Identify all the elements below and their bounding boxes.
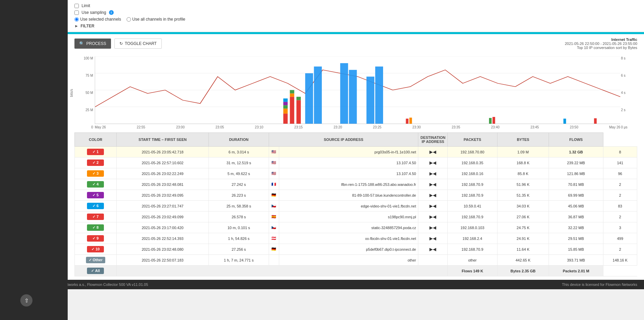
table-row[interactable]: ✓ 22021-05-26 22:57:10.60231 m, 12.519 s… [75, 157, 637, 168]
td-color[interactable]: ✓ 9 [75, 233, 117, 244]
table-row[interactable]: ✓ 92021-05-26 22:52:14.3931 h, 54.826 s🇦… [75, 233, 637, 244]
td-dst-ip: 192.168.70.9 [448, 190, 497, 201]
connection-icon: ▶◀ [429, 149, 436, 154]
td-flows: 2 [603, 244, 637, 255]
table-container: COLOR START TIME – FIRST SEEN DURATION S… [0, 132, 644, 280]
th-start-time: START TIME – FIRST SEEN [116, 133, 209, 147]
footer: Copyright © 2007-2021 Flowmon Networks a… [0, 280, 644, 289]
table-row[interactable]: ✓ 52021-05-26 23:02:49.09526.223 s🇩🇪81-8… [75, 190, 637, 201]
limit-checkbox[interactable] [74, 4, 79, 8]
table-row[interactable]: ✓ 62021-05-26 23:27:01.74725 m, 58.358 s… [75, 201, 637, 212]
svg-rect-15 [283, 98, 288, 102]
svg-rect-19 [296, 100, 301, 124]
td-color[interactable]: ✓ 5 [75, 190, 117, 201]
connection-icon: ▶◀ [429, 171, 436, 176]
td-dst-ip: 192.168.70.9 [448, 179, 497, 190]
filter-label[interactable]: FILTER [81, 24, 94, 28]
td-color[interactable]: ✓ 10 [75, 244, 117, 255]
td-arrow: ▶◀ [418, 190, 448, 201]
td-color[interactable]: ✓ 6 [75, 201, 117, 212]
td-bytes: 239.22 MB [549, 157, 603, 168]
svg-rect-20 [296, 97, 301, 100]
svg-rect-22 [409, 118, 412, 124]
td-color[interactable]: ✓ 7 [75, 212, 117, 222]
td-color[interactable]: ✓ 2 [75, 157, 117, 168]
td-color[interactable]: ✓ Other [75, 255, 117, 266]
chart-info-subtitle: Top 10 IP conversation sort by Bytes [565, 46, 637, 50]
svg-rect-10 [375, 67, 383, 124]
use-sampling-checkbox[interactable] [74, 10, 79, 15]
process-button[interactable]: 🔍 PROCESS [74, 39, 111, 49]
td-dst-ip: 192.168.0.103 [448, 222, 497, 233]
use-all-channels-label: Use all channels in the profile [132, 17, 185, 22]
svg-rect-12 [283, 108, 288, 114]
x-label-may26-end: May 26 [609, 125, 620, 129]
toolbar-left: 🔍 PROCESS ↻ TOGGLE CHART [74, 39, 162, 49]
chart-container: bits/s 100 M 75 M 50 M 25 M 0 [0, 53, 644, 132]
td-color[interactable]: ✓ 4 [75, 179, 117, 190]
td-flows: 141 [603, 157, 637, 168]
td-bytes: 70.81 MB [549, 179, 603, 190]
use-all-channels-radio[interactable] [127, 17, 131, 22]
td-arrow: ▶◀ [418, 222, 448, 233]
td-color[interactable]: ✓ 8 [75, 222, 117, 233]
chart-y-axis-label: bits/s [70, 89, 73, 97]
connection-icon: ▶◀ [429, 160, 436, 165]
table-row[interactable]: ✓ 102021-05-26 23:02:48.08027.256 s🇩🇪p5d… [75, 244, 637, 255]
td-duration: 26.578 s [209, 212, 269, 222]
toggle-chart-button[interactable]: ↻ TOGGLE CHART [114, 39, 162, 49]
connection-icon: ▶◀ [429, 182, 436, 187]
td-src-flag [269, 255, 279, 266]
toolbar: 🔍 PROCESS ↻ TOGGLE CHART Internet Traffi… [0, 34, 644, 53]
use-selected-channels-radio[interactable] [74, 17, 79, 22]
td-duration: 1 h, 7 m, 24.771 s [209, 255, 269, 266]
x-label-2350: 23:50 [570, 125, 578, 129]
td-packets: 11.64 K [497, 244, 549, 255]
td-start-time: 2021-05-26 23:17:00.420 [116, 222, 209, 233]
td-duration: 31 m, 12.519 s [209, 157, 269, 168]
td-src-ip: prg03s05-in-f1.1e100.net [279, 147, 418, 157]
y-label-75m: 75 M [76, 74, 93, 77]
chart-svg [95, 56, 620, 124]
svg-rect-13 [283, 105, 288, 108]
td-src-flag: 🇨🇿 [269, 222, 279, 233]
td-arrow: ▶◀ [418, 147, 448, 157]
td-bytes: 1.32 GB [549, 147, 603, 157]
svg-rect-9 [367, 77, 374, 124]
td-src-flag: 🇨🇿 [269, 201, 279, 212]
td-color[interactable]: ✓ 1 [75, 147, 117, 157]
td-dst-ip: 192.168.2.4 [448, 233, 497, 244]
td-src-flag: 🇩🇪 [269, 244, 279, 255]
connection-icon: ▶◀ [429, 225, 436, 230]
td-total-flows: Flows 149 K [448, 266, 497, 276]
svg-rect-14 [283, 102, 288, 105]
x-label-2335: 23:35 [452, 125, 460, 129]
td-duration: 25 m, 58.358 s [209, 201, 269, 212]
chart-x-labels: May 26 22:55 23:00 23:05 23:10 23:15 23:… [95, 124, 620, 129]
table-header-row: COLOR START TIME – FIRST SEEN DURATION S… [75, 133, 637, 147]
table-row[interactable]: ✓ 82021-05-26 23:17:00.42010 m, 0.101 s🇨… [75, 222, 637, 233]
chart-y-right-labels: 8 s 6 s 4 s 2 s 0 μs [621, 56, 634, 129]
td-all[interactable]: ✓ All [75, 266, 117, 276]
x-label-2320: 23:20 [334, 125, 342, 129]
td-src-ip: s198pc90.mmj.pl [279, 212, 418, 222]
td-src-ip: static-3248857294.poda.cz [279, 222, 418, 233]
table-row[interactable]: ✓ Other2021-05-26 22:50:07.1831 h, 7 m, … [75, 255, 637, 266]
td-src-flag: 🇩🇪 [269, 190, 279, 201]
table-row[interactable]: ✓ 72021-05-26 23:02:49.09926.578 s🇪🇸s198… [75, 212, 637, 222]
td-flows: 83 [603, 201, 637, 212]
td-arrow: ▶◀ [418, 212, 448, 222]
td-color[interactable]: ✓ 3 [75, 168, 117, 179]
table-row[interactable]: ✓ 42021-05-26 23:02:48.08127.242 s🇫🇷lfbn… [75, 179, 637, 190]
x-label-2300: 23:00 [176, 125, 184, 129]
td-arrow [418, 255, 448, 266]
table-row-all[interactable]: ✓ AllFlows 149 KBytes 2.35 GBPackets 2.0… [75, 266, 637, 276]
table-row[interactable]: ✓ 32021-05-26 23:02:22.2495 m, 49.622 s🇺… [75, 168, 637, 179]
td-flows: 3 [603, 222, 637, 233]
table-row[interactable]: ✓ 12021-05-26 23:05:42.7186 m, 3.014 s🇺🇸… [75, 147, 637, 157]
footer-license: This device is licensed for Flowmon Netw… [562, 282, 637, 287]
sidebar [0, 0, 68, 289]
chart-info: Internet Traffic 2021-05-26 22:50:00 - 2… [565, 38, 637, 50]
td-packets: 51.96 K [497, 179, 549, 190]
td-src-flag: 🇺🇸 [269, 168, 279, 179]
